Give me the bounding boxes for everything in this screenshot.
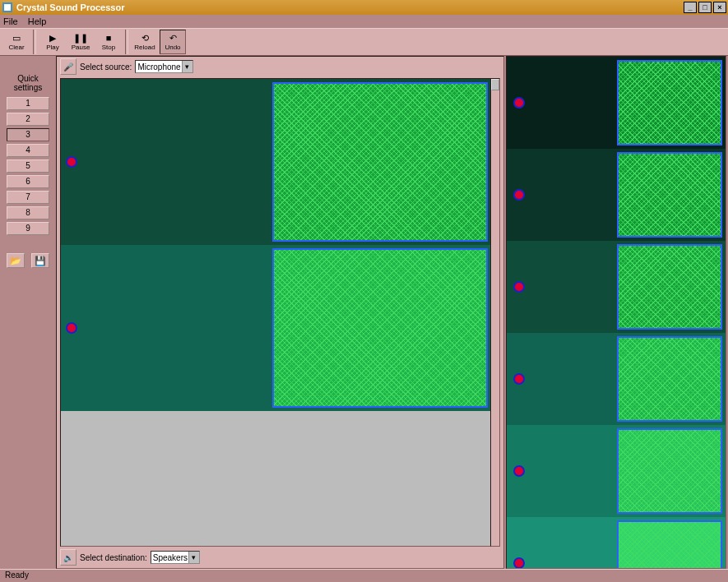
play-button[interactable]: ▶ Play bbox=[39, 30, 66, 54]
stop-label: Stop bbox=[102, 44, 115, 51]
quick-setting-6[interactable]: 6 bbox=[7, 175, 49, 188]
status-text: Ready bbox=[5, 570, 29, 580]
destination-bar: 🔊 Select destination: Speakers bbox=[60, 548, 200, 566]
pause-label: Pause bbox=[72, 44, 90, 51]
filter-patch[interactable] bbox=[272, 82, 488, 242]
close-button[interactable]: × bbox=[713, 2, 726, 13]
source-bar: 🎤 Select source: Microphone bbox=[57, 57, 503, 76]
undo-label: Undo bbox=[165, 44, 180, 51]
svg-rect-1 bbox=[4, 4, 11, 11]
slot-handle-icon[interactable] bbox=[66, 322, 77, 334]
window-title: Crystal Sound Processor bbox=[16, 2, 124, 12]
filter-patch[interactable] bbox=[617, 520, 722, 569]
palette-slot-2[interactable] bbox=[507, 241, 726, 333]
source-label: Select source: bbox=[80, 62, 132, 72]
app-icon bbox=[2, 2, 13, 13]
stage-scrollbar[interactable] bbox=[490, 78, 500, 547]
quick-setting-2[interactable]: 2 bbox=[7, 113, 49, 126]
open-settings-button[interactable]: 📂 bbox=[7, 253, 25, 268]
filter-patch[interactable] bbox=[272, 248, 488, 408]
palette-slot-4[interactable] bbox=[507, 425, 726, 517]
minimize-button[interactable]: _ bbox=[684, 2, 697, 13]
quick-settings-sidebar: Quick settings 123456789 📂 💾 bbox=[0, 56, 56, 569]
maximize-button[interactable]: □ bbox=[698, 2, 712, 13]
quick-setting-5[interactable]: 5 bbox=[7, 159, 49, 173]
quick-setting-1[interactable]: 1 bbox=[7, 97, 49, 110]
play-label: Play bbox=[46, 44, 59, 51]
filter-palette bbox=[506, 56, 726, 569]
toolbar-separator bbox=[33, 30, 36, 54]
stop-icon: ■ bbox=[106, 34, 112, 44]
clear-button[interactable]: ▭ Clear bbox=[3, 30, 30, 54]
work-area: Quick settings 123456789 📂 💾 🎤 Select so… bbox=[0, 56, 728, 569]
slot-handle-icon[interactable] bbox=[513, 557, 525, 569]
slot-handle-icon[interactable] bbox=[513, 189, 525, 201]
quick-setting-7[interactable]: 7 bbox=[7, 191, 49, 204]
stop-button[interactable]: ■ Stop bbox=[95, 30, 122, 54]
reload-button[interactable]: ⟲ Reload bbox=[132, 30, 158, 54]
undo-icon: ↶ bbox=[169, 34, 177, 44]
filter-patch[interactable] bbox=[617, 244, 722, 330]
clear-label: Clear bbox=[8, 44, 24, 51]
filter-patch[interactable] bbox=[617, 60, 722, 146]
scrollbar-thumb[interactable] bbox=[491, 79, 499, 90]
quick-settings-title: Quick settings bbox=[5, 74, 51, 92]
slot-handle-icon[interactable] bbox=[513, 97, 525, 109]
palette-slot-1[interactable] bbox=[507, 149, 726, 241]
undo-button[interactable]: ↶ Undo bbox=[160, 30, 186, 54]
slot-handle-icon[interactable] bbox=[66, 156, 77, 168]
menu-file[interactable]: File bbox=[3, 16, 18, 26]
status-bar: Ready bbox=[0, 569, 728, 582]
title-bar: Crystal Sound Processor _ □ × bbox=[0, 0, 728, 15]
pause-icon: ❚❚ bbox=[73, 34, 88, 44]
filter-patch[interactable] bbox=[617, 152, 722, 238]
toolbar: ▭ Clear ▶ Play ❚❚ Pause ■ Stop ⟲ Reload … bbox=[0, 28, 728, 56]
quick-setting-4[interactable]: 4 bbox=[7, 144, 49, 157]
source-select[interactable]: Microphone bbox=[135, 60, 192, 73]
save-settings-button[interactable]: 💾 bbox=[31, 253, 49, 268]
slot-handle-icon[interactable] bbox=[513, 465, 525, 477]
palette-slot-3[interactable] bbox=[507, 333, 726, 425]
pause-button[interactable]: ❚❚ Pause bbox=[67, 30, 94, 54]
speaker-icon: 🔊 bbox=[60, 549, 77, 566]
filter-stage[interactable] bbox=[60, 78, 492, 547]
toolbar-separator bbox=[125, 30, 128, 54]
reload-label: Reload bbox=[134, 44, 155, 51]
menu-bar: File Help bbox=[0, 15, 728, 28]
reload-icon: ⟲ bbox=[141, 34, 149, 44]
stage-slot-1[interactable] bbox=[61, 245, 491, 411]
filter-patch[interactable] bbox=[617, 428, 722, 514]
quick-setting-9[interactable]: 9 bbox=[7, 222, 49, 235]
palette-slot-5[interactable] bbox=[507, 517, 726, 569]
slot-handle-icon[interactable] bbox=[513, 373, 525, 385]
quick-setting-3[interactable]: 3 bbox=[7, 128, 49, 141]
filter-patch[interactable] bbox=[617, 336, 722, 422]
slot-handle-icon[interactable] bbox=[513, 281, 525, 293]
stage-slot-0[interactable] bbox=[61, 79, 491, 245]
menu-help[interactable]: Help bbox=[28, 16, 47, 26]
microphone-icon: 🎤 bbox=[60, 58, 77, 75]
destination-select[interactable]: Speakers bbox=[151, 551, 200, 564]
play-icon: ▶ bbox=[49, 34, 56, 44]
clear-icon: ▭ bbox=[12, 34, 21, 44]
palette-slot-0[interactable] bbox=[507, 57, 726, 149]
main-panel: 🎤 Select source: Microphone 🔊 Select des… bbox=[56, 56, 504, 569]
destination-label: Select destination: bbox=[80, 553, 147, 562]
quick-setting-8[interactable]: 8 bbox=[7, 206, 49, 219]
